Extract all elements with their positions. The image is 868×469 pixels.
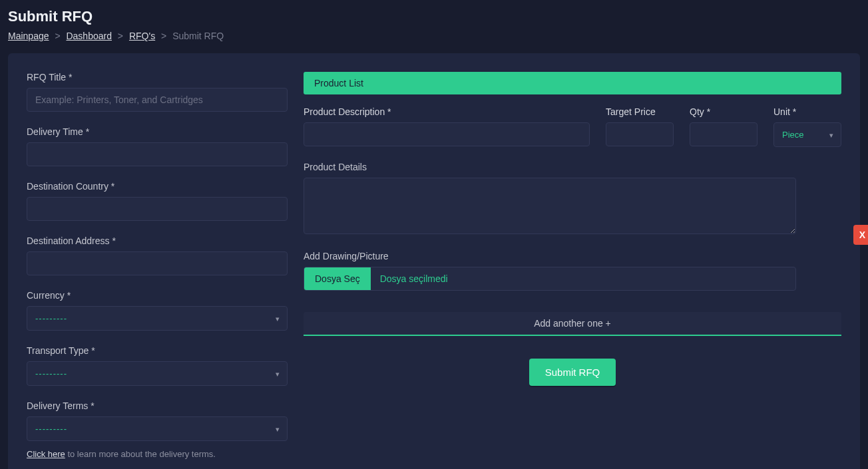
breadcrumb-sep: > <box>161 31 166 41</box>
product-block: Product Description * Target Price Qty * <box>304 106 841 291</box>
delivery-terms-help-link[interactable]: Click here <box>27 449 65 459</box>
rfq-title-input[interactable] <box>27 88 288 112</box>
dest-country-input[interactable] <box>27 197 288 221</box>
add-drawing-label: Add Drawing/Picture <box>304 251 796 261</box>
delivery-terms-help-text: to learn more about the delivery terms. <box>65 449 216 459</box>
qty-label: Qty * <box>690 106 710 117</box>
file-status-label: Dosya seçilmedi <box>371 267 457 290</box>
delivery-time-label: Delivery Time * <box>27 126 288 137</box>
breadcrumb-rfqs[interactable]: RFQ's <box>129 31 155 41</box>
page-title: Submit RFQ <box>8 8 860 25</box>
file-input-row: Dosya Seç Dosya seçilmedi <box>304 267 796 291</box>
breadcrumb-mainpage[interactable]: Mainpage <box>8 31 49 41</box>
dest-address-label: Destination Address * <box>27 235 288 246</box>
remove-product-button[interactable]: X <box>853 225 868 245</box>
breadcrumb-sep: > <box>55 31 60 41</box>
dest-country-label: Destination Country * <box>27 181 288 192</box>
delivery-terms-label: Delivery Terms * <box>27 400 288 411</box>
target-price-input[interactable] <box>606 122 674 146</box>
rfq-title-label: RFQ Title * <box>27 72 288 82</box>
product-list-header: Product List <box>304 72 841 94</box>
unit-label: Unit * <box>773 106 796 117</box>
currency-select[interactable]: --------- <box>27 306 288 331</box>
dest-address-input[interactable] <box>27 251 288 275</box>
qty-input[interactable] <box>690 122 758 146</box>
delivery-terms-help: Click here to learn more about the deliv… <box>27 449 288 459</box>
breadcrumb: Mainpage > Dashboard > RFQ's > Submit RF… <box>8 31 860 41</box>
file-choose-button[interactable]: Dosya Seç <box>304 267 371 290</box>
add-another-button[interactable]: Add another one + <box>304 312 841 336</box>
currency-label: Currency * <box>27 290 288 301</box>
transport-select[interactable]: --------- <box>27 361 288 386</box>
breadcrumb-current: Submit RFQ <box>172 31 224 41</box>
form-card: RFQ Title * Delivery Time * Destination … <box>8 53 860 469</box>
submit-rfq-button[interactable]: Submit RFQ <box>529 359 616 386</box>
product-details-label: Product Details <box>304 162 796 172</box>
product-details-input[interactable] <box>304 178 796 234</box>
breadcrumb-sep: > <box>118 31 123 41</box>
delivery-time-input[interactable] <box>27 142 288 166</box>
product-desc-input[interactable] <box>304 122 590 146</box>
breadcrumb-dashboard[interactable]: Dashboard <box>66 31 112 41</box>
unit-select[interactable]: Piece <box>773 122 841 147</box>
target-price-label: Target Price <box>606 106 656 117</box>
transport-label: Transport Type * <box>27 345 288 356</box>
delivery-terms-select[interactable]: --------- <box>27 416 288 441</box>
product-desc-label: Product Description * <box>304 106 391 117</box>
